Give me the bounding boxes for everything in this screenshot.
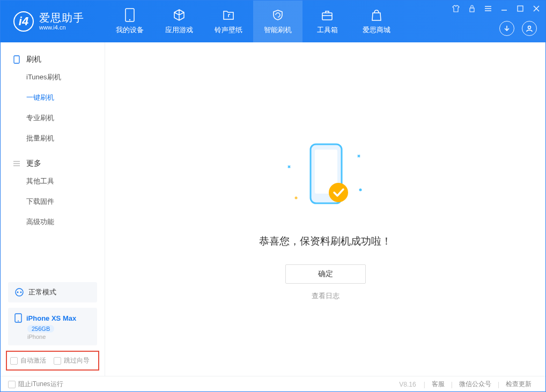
device-mode-box[interactable]: 正常模式 bbox=[8, 282, 97, 302]
group-label: 刷机 bbox=[26, 55, 41, 64]
sidebar-group-more: 更多 bbox=[1, 156, 105, 171]
svg-rect-6 bbox=[14, 56, 19, 63]
success-illustration bbox=[293, 144, 358, 225]
checkbox-icon bbox=[10, 357, 18, 365]
nav-tab-flash[interactable]: 智能刷机 bbox=[253, 1, 302, 42]
menu-icon[interactable] bbox=[483, 4, 493, 13]
device-name: iPhone XS Max bbox=[26, 314, 76, 322]
device-storage: 256GB bbox=[27, 325, 54, 332]
cube-icon bbox=[172, 8, 186, 22]
list-icon bbox=[12, 159, 21, 168]
svg-rect-3 bbox=[470, 8, 474, 12]
footer-service-link[interactable]: 客服 bbox=[425, 380, 451, 389]
nav-label: 爱思商城 bbox=[363, 25, 390, 35]
maximize-icon[interactable] bbox=[515, 4, 525, 13]
phone-outline-icon bbox=[12, 55, 21, 64]
device-type: iPhone bbox=[27, 334, 91, 340]
nav-tab-toolbox[interactable]: 工具箱 bbox=[302, 1, 352, 42]
svg-point-12 bbox=[294, 197, 297, 199]
nav-label: 智能刷机 bbox=[264, 25, 292, 35]
svg-point-16 bbox=[329, 183, 348, 202]
device-info-box[interactable]: iPhone XS Max 256GB iPhone bbox=[8, 308, 97, 345]
bag-icon bbox=[370, 8, 383, 22]
svg-rect-4 bbox=[518, 6, 523, 11]
minimize-icon[interactable] bbox=[499, 4, 509, 13]
svg-point-7 bbox=[16, 289, 23, 296]
svg-point-8 bbox=[17, 292, 19, 293]
svg-point-5 bbox=[528, 26, 531, 29]
download-icon[interactable] bbox=[499, 21, 514, 36]
sidebar-item-oneclick-flash[interactable]: 一键刷机 bbox=[1, 87, 105, 108]
checkbox-icon bbox=[54, 357, 61, 365]
shirt-icon[interactable] bbox=[451, 4, 461, 13]
sync-icon bbox=[14, 287, 24, 297]
version-label: V8.16 bbox=[399, 381, 416, 388]
lock-icon[interactable] bbox=[467, 4, 477, 13]
footer-wechat-link[interactable]: 微信公众号 bbox=[453, 380, 498, 389]
music-folder-icon bbox=[222, 8, 235, 22]
nav-tab-device[interactable]: 我的设备 bbox=[105, 1, 154, 42]
nav-label: 铃声壁纸 bbox=[215, 25, 242, 35]
header-right-icons bbox=[499, 21, 537, 36]
sidebar-group-flash: 刷机 bbox=[1, 52, 105, 67]
svg-point-13 bbox=[359, 189, 361, 191]
svg-point-1 bbox=[129, 19, 130, 20]
footer-update-link[interactable]: 检查更新 bbox=[499, 380, 538, 389]
app-url: www.i4.cn bbox=[39, 24, 84, 31]
opt-auto-activate[interactable]: 自动激活 bbox=[10, 356, 46, 365]
logo-text: 爱思助手 www.i4.cn bbox=[39, 12, 84, 31]
sidebar-item-pro-flash[interactable]: 专业刷机 bbox=[1, 108, 105, 128]
sidebar: 刷机 iTunes刷机 一键刷机 专业刷机 批量刷机 更多 其他工具 下载固件 … bbox=[1, 42, 105, 376]
content-area: 恭喜您，保资料刷机成功啦！ 确定 查看日志 bbox=[105, 42, 545, 376]
footer-bar: 阻止iTunes运行 V8.16 | 客服 | 微信公众号 | 检查更新 bbox=[1, 376, 545, 392]
checkbox-icon bbox=[8, 381, 16, 388]
view-log-link[interactable]: 查看日志 bbox=[312, 291, 340, 301]
ok-button[interactable]: 确定 bbox=[285, 264, 366, 284]
sidebar-item-itunes-flash[interactable]: iTunes刷机 bbox=[1, 67, 105, 87]
svg-point-9 bbox=[20, 292, 22, 293]
nav-tab-ringwall[interactable]: 铃声壁纸 bbox=[204, 1, 253, 42]
sidebar-item-batch-flash[interactable]: 批量刷机 bbox=[1, 128, 105, 149]
nav-label: 应用游戏 bbox=[165, 25, 193, 35]
svg-rect-2 bbox=[322, 13, 332, 20]
flash-options-highlight: 自动激活 跳过向导 bbox=[6, 351, 99, 371]
device-icon bbox=[14, 313, 22, 323]
close-icon[interactable] bbox=[532, 4, 541, 13]
phone-icon bbox=[123, 8, 137, 22]
window-controls bbox=[451, 4, 541, 13]
sidebar-item-download-firmware[interactable]: 下载固件 bbox=[1, 191, 105, 212]
refresh-shield-icon bbox=[271, 8, 285, 22]
sidebar-item-advanced[interactable]: 高级功能 bbox=[1, 212, 105, 232]
nav-label: 我的设备 bbox=[116, 25, 144, 35]
nav-tabs: 我的设备 应用游戏 铃声壁纸 智能刷机 工具箱 爱思商城 bbox=[105, 1, 401, 42]
svg-point-11 bbox=[18, 321, 19, 322]
group-label: 更多 bbox=[26, 159, 41, 168]
logo-area: i4 爱思助手 www.i4.cn bbox=[1, 11, 105, 32]
app-header: i4 爱思助手 www.i4.cn 我的设备 应用游戏 铃声壁纸 智能刷机 工具… bbox=[1, 1, 545, 42]
user-icon[interactable] bbox=[522, 21, 537, 36]
nav-tab-store[interactable]: 爱思商城 bbox=[352, 1, 401, 42]
mode-label: 正常模式 bbox=[28, 287, 56, 297]
app-name: 爱思助手 bbox=[39, 12, 84, 24]
block-itunes-checkbox[interactable]: 阻止iTunes运行 bbox=[8, 380, 63, 389]
logo-icon: i4 bbox=[13, 11, 34, 32]
nav-label: 工具箱 bbox=[317, 25, 338, 35]
sidebar-item-other-tools[interactable]: 其他工具 bbox=[1, 171, 105, 191]
opt-skip-guide[interactable]: 跳过向导 bbox=[54, 356, 90, 365]
success-message: 恭喜您，保资料刷机成功啦！ bbox=[259, 234, 392, 248]
nav-tab-apps[interactable]: 应用游戏 bbox=[154, 1, 204, 42]
briefcase-icon bbox=[320, 8, 334, 22]
